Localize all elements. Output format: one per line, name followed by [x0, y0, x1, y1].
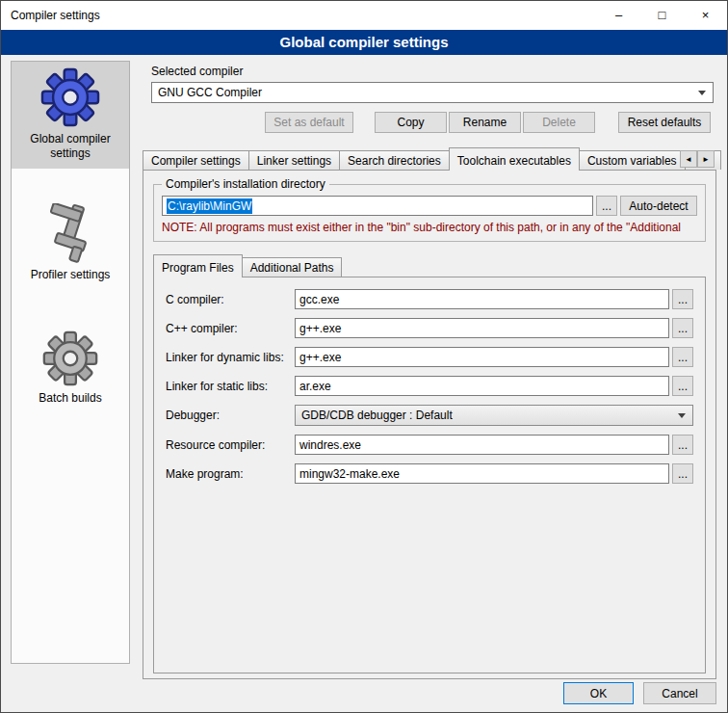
c-compiler-input[interactable]: gcc.exe	[295, 289, 669, 309]
tab-custom-variables[interactable]: Custom variables	[579, 150, 686, 170]
tab-scroll-controls: ◄ ►	[680, 150, 715, 168]
field-label: Make program:	[166, 467, 295, 481]
tab-scroll-left-button[interactable]: ◄	[680, 150, 697, 168]
debugger-select[interactable]: GDB/CDB debugger : Default	[295, 405, 693, 426]
field-label: Resource compiler:	[166, 438, 295, 452]
installation-directory-group-title: Compiler's installation directory	[162, 177, 329, 191]
linker-dynamic-input[interactable]: g++.exe	[295, 347, 669, 367]
field-row-resource-compiler: Resource compiler: windres.exe ...	[166, 435, 693, 455]
browse-button[interactable]: ...	[672, 289, 693, 309]
program-files-panel: C compiler: gcc.exe ... C++ compiler: g+…	[153, 277, 706, 673]
installation-directory-row: C:\raylib\MinGW ... Auto-detect	[162, 196, 697, 216]
reset-defaults-button[interactable]: Reset defaults	[618, 112, 711, 133]
cancel-button[interactable]: Cancel	[643, 682, 716, 704]
field-row-make-program: Make program: mingw32-make.exe ...	[166, 463, 693, 484]
tab-linker-settings[interactable]: Linker settings	[248, 150, 340, 170]
field-label: Linker for static libs:	[166, 380, 295, 393]
compiler-select[interactable]: GNU GCC Compiler	[151, 82, 714, 103]
sidebar: Global compiler settings Profiler settin…	[11, 61, 130, 664]
rename-button[interactable]: Rename	[449, 112, 521, 133]
tab-scroll-right-button[interactable]: ►	[697, 150, 715, 168]
field-label: Debugger:	[166, 409, 295, 422]
linker-static-input[interactable]: ar.exe	[295, 376, 669, 396]
field-label: C compiler:	[166, 293, 295, 306]
installation-directory-group: Compiler's installation directory C:\ray…	[153, 184, 706, 242]
input-value: g++.exe	[299, 351, 341, 364]
sidebar-item-profiler-settings[interactable]: Profiler settings	[12, 198, 129, 290]
selected-compiler-label: Selected compiler	[151, 65, 718, 78]
subtab-bar: Program Files Additional Paths	[153, 253, 715, 277]
field-row-c-compiler: C compiler: gcc.exe ...	[166, 289, 693, 309]
compiler-select-value: GNU GCC Compiler	[158, 86, 262, 99]
toolchain-executables-panel: Compiler's installation directory C:\ray…	[143, 170, 716, 679]
installation-directory-value: C:\raylib\MinGW	[167, 198, 252, 214]
minimize-button[interactable]: –	[597, 1, 640, 30]
installation-directory-input[interactable]: C:\raylib\MinGW	[162, 196, 593, 216]
auto-detect-button[interactable]: Auto-detect	[620, 196, 697, 216]
browse-button[interactable]: ...	[672, 318, 693, 338]
resource-compiler-input[interactable]: windres.exe	[295, 435, 669, 455]
browse-directory-button[interactable]: ...	[596, 196, 617, 216]
input-value: windres.exe	[299, 438, 361, 452]
tab-compiler-settings[interactable]: Compiler settings	[143, 150, 249, 170]
sidebar-item-batch-builds[interactable]: Batch builds	[12, 325, 129, 413]
close-button[interactable]: ×	[684, 1, 727, 30]
make-program-input[interactable]: mingw32-make.exe	[295, 463, 669, 484]
delete-button: Delete	[523, 112, 595, 133]
browse-button[interactable]: ...	[672, 376, 693, 396]
copy-button[interactable]: Copy	[375, 112, 447, 133]
field-row-cpp-compiler: C++ compiler: g++.exe ...	[166, 318, 693, 338]
window-controls: – □ ×	[597, 1, 727, 30]
field-label: Linker for dynamic libs:	[166, 351, 295, 364]
sidebar-item-global-compiler-settings[interactable]: Global compiler settings	[12, 62, 129, 169]
tab-bar: Compiler settings Linker settings Search…	[143, 146, 716, 170]
tab-toolchain-executables[interactable]: Toolchain executables	[449, 147, 580, 171]
field-row-debugger: Debugger: GDB/CDB debugger : Default	[166, 405, 693, 426]
browse-button[interactable]: ...	[672, 463, 693, 484]
browse-button[interactable]: ...	[672, 435, 693, 455]
tabs-area: Compiler settings Linker settings Search…	[143, 146, 716, 679]
sidebar-item-label: Batch builds	[13, 391, 127, 406]
dialog-body: Global compiler settings Profiler settin…	[1, 55, 727, 712]
field-row-linker-dynamic: Linker for dynamic libs: g++.exe ...	[166, 347, 693, 367]
footer: OK Cancel	[563, 682, 716, 704]
window-title: Compiler settings	[1, 9, 597, 22]
compiler-gear-icon	[13, 67, 127, 127]
batch-builds-gear-icon	[13, 330, 127, 386]
subtab-program-files[interactable]: Program Files	[153, 254, 243, 277]
input-value: ar.exe	[299, 380, 331, 393]
maximize-button[interactable]: □	[640, 1, 684, 30]
compiler-settings-window: Compiler settings – □ × Global compiler …	[0, 0, 728, 713]
field-row-linker-static: Linker for static libs: ar.exe ...	[166, 376, 693, 396]
field-label: C++ compiler:	[166, 322, 295, 335]
input-value: gcc.exe	[299, 293, 339, 306]
note-text: NOTE: All programs must exist either in …	[162, 221, 697, 234]
chevron-down-icon	[678, 413, 686, 418]
browse-button[interactable]: ...	[672, 347, 693, 367]
input-value: mingw32-make.exe	[299, 467, 400, 481]
main-panel: Selected compiler GNU GCC Compiler Set a…	[141, 55, 718, 712]
ok-button[interactable]: OK	[563, 682, 634, 704]
sidebar-item-label: Profiler settings	[13, 268, 127, 282]
sidebar-item-label: Global compiler settings	[13, 132, 127, 161]
set-as-default-button: Set as default	[265, 112, 353, 133]
tab-search-directories[interactable]: Search directories	[339, 150, 450, 170]
chevron-down-icon	[698, 91, 706, 95]
input-value: g++.exe	[299, 322, 341, 335]
compiler-actions: Set as default Copy Rename Delete Reset …	[151, 112, 711, 133]
subtab-additional-paths[interactable]: Additional Paths	[242, 257, 343, 277]
profiler-tool-icon	[13, 203, 127, 263]
titlebar[interactable]: Compiler settings – □ ×	[1, 1, 727, 30]
debugger-select-value: GDB/CDB debugger : Default	[301, 409, 453, 422]
cpp-compiler-input[interactable]: g++.exe	[295, 318, 669, 338]
page-title: Global compiler settings	[1, 30, 727, 55]
